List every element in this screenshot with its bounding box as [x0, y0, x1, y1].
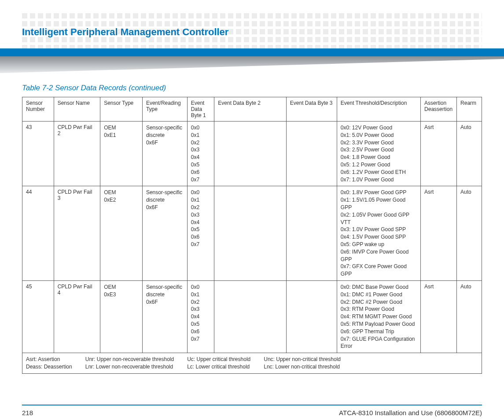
cell-event-data-byte1: 0x00x10x20x30x40x50x60x7: [187, 280, 214, 353]
cell-event-data-byte1: 0x00x10x20x30x40x50x60x7: [187, 122, 214, 186]
cell-sensor-type: OEM0xE2: [100, 186, 143, 281]
header-bar: [0, 48, 504, 56]
cell-sensor-name: CPLD Pwr Fail 2: [54, 122, 100, 186]
chapter-title: Intelligent Peripheral Management Contro…: [22, 26, 228, 38]
legend-item: Lnc: Lower non-critical threshold: [264, 363, 341, 371]
legend-item: Unc: Upper non-critical threshold: [264, 356, 341, 363]
col-sensor-name: Sensor Name: [54, 97, 100, 122]
col-assertion-deassertion: Assertion Deassertion: [421, 97, 457, 122]
cell-event-data-byte2: [214, 280, 287, 353]
cell-rearm: Auto: [457, 122, 482, 186]
document-id: ATCA-8310 Installation and Use (6806800M…: [339, 409, 482, 416]
cell-sensor-number: 45: [22, 280, 54, 353]
legend-item: Lnr: Lower non-recoverable threshold: [85, 363, 174, 371]
legend-col-1: Asrt: AssertionDeass: Deassertion: [26, 356, 72, 371]
cell-sensor-number: 44: [22, 186, 54, 281]
page-footer: 218 ATCA-8310 Installation and Use (6806…: [22, 405, 482, 416]
cell-event-data-byte3: [286, 280, 337, 353]
cell-assertion-deassertion: Asrt: [421, 186, 457, 281]
table-row: 45CPLD Pwr Fail 4OEM0xE3Sensor-specificd…: [22, 280, 482, 353]
table-header-row: Sensor Number Sensor Name Sensor Type Ev…: [22, 97, 482, 122]
col-sensor-number: Sensor Number: [22, 97, 54, 122]
cell-event-data-byte2: [214, 186, 287, 281]
header-wedge: [0, 56, 504, 74]
legend-item: Uc: Upper critical threshold: [187, 356, 250, 363]
col-event-data-byte2: Event Data Byte 2: [214, 97, 287, 122]
cell-sensor-name: CPLD Pwr Fail 3: [54, 186, 100, 281]
legend-col-2: Unr: Upper non-recoverable thresholdLnr:…: [85, 356, 174, 371]
col-event-data-byte1: Event Data Byte 1: [187, 97, 214, 122]
legend-item: Lc: Lower critical threshold: [187, 363, 250, 371]
table-legend-row: Asrt: AssertionDeass: Deassertion Unr: U…: [22, 353, 482, 374]
legend-col-3: Uc: Upper critical thresholdLc: Lower cr…: [187, 356, 250, 371]
cell-event-data-byte3: [286, 122, 337, 186]
cell-event-data-byte1: 0x00x10x20x30x40x50x60x7: [187, 186, 214, 281]
cell-threshold-description: 0x0: 1.8V Power Good GPP0x1: 1.5V/1.05 P…: [337, 186, 420, 281]
cell-sensor-type: OEM0xE3: [100, 280, 143, 353]
cell-sensor-name: CPLD Pwr Fail 4: [54, 280, 100, 353]
table-caption: Table 7-2 Sensor Data Records (continued…: [22, 84, 482, 92]
col-rearm: Rearm: [457, 97, 482, 122]
col-event-reading-type: Event/Reading Type: [142, 97, 187, 122]
page-number: 218: [22, 409, 33, 416]
col-sensor-type: Sensor Type: [100, 97, 143, 122]
cell-sensor-type: OEM0xE1: [100, 122, 143, 186]
cell-assertion-deassertion: Asrt: [421, 280, 457, 353]
cell-rearm: Auto: [457, 280, 482, 353]
cell-sensor-number: 43: [22, 122, 54, 186]
cell-event-reading-type: Sensor-specificdiscrete0x6F: [142, 186, 187, 281]
cell-event-reading-type: Sensor-specificdiscrete0x6F: [142, 280, 187, 353]
cell-threshold-description: 0x0: DMC Base Power Good0x1: DMC #1 Powe…: [337, 280, 420, 353]
legend-col-4: Unc: Upper non-critical thresholdLnc: Lo…: [264, 356, 341, 371]
cell-rearm: Auto: [457, 186, 482, 281]
cell-assertion-deassertion: Asrt: [421, 122, 457, 186]
page-header: Intelligent Peripheral Management Contro…: [22, 13, 482, 75]
table-row: 43CPLD Pwr Fail 2OEM0xE1Sensor-specificd…: [22, 122, 482, 186]
col-threshold-description: Event Threshold/Description: [337, 97, 420, 122]
cell-event-data-byte3: [286, 186, 337, 281]
table-row: 44CPLD Pwr Fail 3OEM0xE2Sensor-specificd…: [22, 186, 482, 281]
svg-marker-0: [0, 56, 504, 73]
legend-item: Unr: Upper non-recoverable threshold: [85, 356, 174, 363]
cell-threshold-description: 0x0: 12V Power Good0x1: 5.0V Power Good0…: [337, 122, 420, 186]
col-event-data-byte3: Event Data Byte 3: [286, 97, 337, 122]
cell-event-data-byte2: [214, 122, 287, 186]
cell-event-reading-type: Sensor-specificdiscrete0x6F: [142, 122, 187, 186]
sensor-table: Sensor Number Sensor Name Sensor Type Ev…: [22, 97, 482, 374]
legend-item: Asrt: Assertion: [26, 356, 72, 363]
legend-item: Deass: Deassertion: [26, 363, 72, 371]
